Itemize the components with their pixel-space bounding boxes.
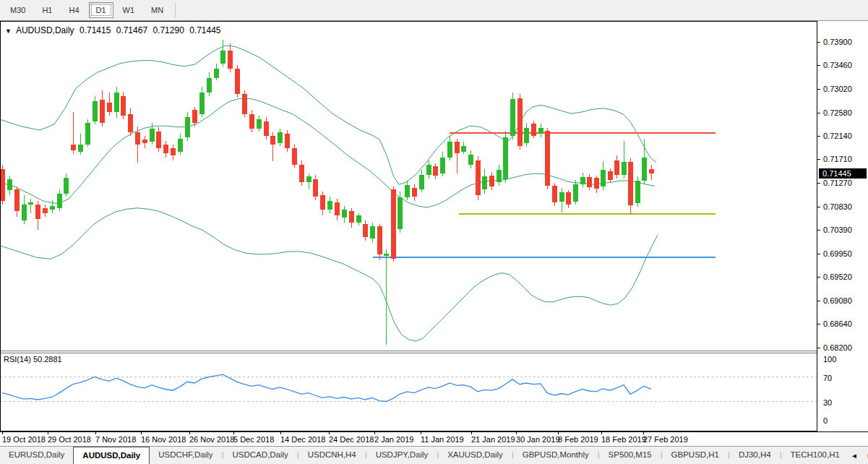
price-axis-label: 0.69950 (823, 249, 852, 258)
date-axis-label: 27 Feb 2019 (643, 435, 688, 444)
symbol-tab-eurusd[interactable]: EURUSD,Daily (0, 447, 73, 464)
candle-body (257, 119, 262, 129)
candle-body (349, 211, 354, 223)
tab-scroll-left-button[interactable]: ◄ (848, 450, 860, 461)
symbol-tab-tech100[interactable]: TECH100,H1 (781, 447, 848, 464)
candle-body (545, 131, 550, 186)
candle-body (78, 145, 83, 152)
timeframe-button-h1[interactable]: H1 (35, 2, 59, 18)
candle-body (531, 124, 536, 135)
candle-body (64, 178, 69, 193)
symbol-tab-usdchf[interactable]: USDCHF,Daily (150, 447, 221, 464)
timeframe-button-w1[interactable]: W1 (116, 2, 142, 18)
candle-body (649, 169, 654, 173)
price-axis-label: 0.71710 (823, 155, 852, 163)
price-tick (817, 324, 820, 325)
candle-body (482, 176, 487, 189)
date-axis-label: 2 Jan 2019 (374, 435, 413, 444)
candle-body (43, 208, 48, 213)
chart-dropdown-icon[interactable]: ▼ (5, 27, 12, 35)
candle-body (228, 51, 233, 69)
candle-body (14, 189, 20, 211)
price-axis-label: 0.71270 (823, 179, 852, 187)
candle-body (635, 181, 640, 203)
price-tick (817, 348, 820, 348)
candle-body (178, 139, 183, 152)
symbol-tab-xauusd[interactable]: XAUUSD,Daily (439, 447, 512, 464)
price-tick (817, 230, 820, 231)
candle-body (264, 121, 269, 136)
date-tick (280, 432, 281, 434)
timeframe-button-mn[interactable]: MN (144, 2, 171, 18)
chart-symbol-label: AUDUSD,Daily (16, 25, 74, 35)
symbol-tab-sp500[interactable]: SP500,M15 (600, 447, 661, 464)
candle-body (370, 226, 375, 239)
rsi-axis-label: 100 (823, 355, 836, 364)
candle-body (510, 99, 515, 136)
price-chart-plot[interactable]: RSI(14) 50.2881 (0, 21, 817, 431)
candle-body (207, 78, 212, 93)
price-axis-label: 0.68200 (823, 343, 852, 352)
candle-body (642, 158, 647, 181)
price-axis-label: 0.69520 (823, 272, 852, 281)
symbol-tab-gbpusd[interactable]: GBPUSD,Monthly (514, 447, 598, 464)
date-tick (189, 432, 190, 434)
date-axis-label: 8 Feb 2019 (558, 435, 598, 444)
price-axis-label: 0.72140 (823, 132, 852, 140)
timeframe-toolbar: M30H1H4D1W1MN (0, 0, 868, 21)
timeframe-button-d1[interactable]: D1 (89, 2, 113, 18)
candle-body (628, 162, 633, 205)
timeframe-button-h4[interactable]: H4 (61, 2, 86, 18)
tab-scroll-controls: ◄► (848, 447, 868, 464)
date-tick (374, 432, 375, 434)
price-tick (817, 159, 820, 160)
price-axis-label: 0.73460 (823, 61, 852, 69)
price-tick (817, 42, 820, 43)
date-tick (141, 432, 142, 434)
candle-body (440, 158, 445, 173)
tab-scroll-right-button[interactable]: ► (864, 450, 868, 461)
price-axis[interactable]: 0.739000.734600.730200.725800.721400.717… (817, 21, 868, 431)
symbol-tab-usdcnh[interactable]: USDCNH,H4 (299, 447, 365, 464)
candle-body (150, 129, 155, 142)
date-axis-label: 21 Jan 2019 (471, 435, 515, 444)
candle-body (28, 202, 33, 205)
rsi-axis-label: 0 (823, 416, 828, 425)
symbol-tab-dj30[interactable]: DJ30,H4 (730, 447, 780, 464)
candle-body (455, 142, 460, 153)
price-tick (817, 277, 820, 278)
candle-body (601, 170, 606, 186)
date-axis-label: 29 Oct 2018 (48, 435, 91, 444)
rsi-label: RSI(14) 50.2881 (4, 355, 62, 364)
candle-body (461, 146, 466, 152)
candle-body (356, 215, 361, 223)
chart-window[interactable]: RSI(14) 50.2881 ▼AUDUSD,Daily 0.71415 0.… (0, 21, 868, 446)
candle-body (363, 224, 368, 237)
date-axis-label: 24 Dec 2018 (329, 435, 374, 444)
candle-body (235, 69, 240, 94)
ohlc-close: 0.71445 (189, 25, 220, 35)
candle-body (292, 148, 297, 165)
candle-body (214, 69, 219, 78)
candle-body (163, 145, 168, 153)
candle-body (0, 169, 5, 201)
symbol-tab-gbpusd[interactable]: GBPUSD,H1 (663, 447, 728, 464)
date-axis[interactable]: 19 Oct 201829 Oct 20187 Nov 201816 Nov 2… (0, 431, 868, 446)
candle-body (608, 171, 613, 180)
candle-body (156, 132, 161, 147)
rsi-axis-label: 30 (823, 398, 832, 407)
price-tick (817, 207, 820, 207)
price-tick (817, 136, 820, 137)
candle-body (614, 160, 619, 175)
timeframe-button-m30[interactable]: M30 (3, 2, 33, 18)
candle-body (573, 184, 578, 202)
price-tick (817, 89, 820, 90)
symbol-tab-usdcad[interactable]: USDCAD,Daily (223, 447, 296, 464)
symbol-tab-usdjpy[interactable]: USDJPY,Daily (367, 447, 437, 464)
symbol-tab-audusd[interactable]: AUDUSD,Daily (73, 447, 150, 464)
candle-body (100, 100, 105, 123)
date-axis-label: 11 Jan 2019 (421, 435, 464, 444)
price-tick (817, 65, 820, 66)
candle-body (412, 188, 417, 197)
candle-body (71, 145, 76, 150)
